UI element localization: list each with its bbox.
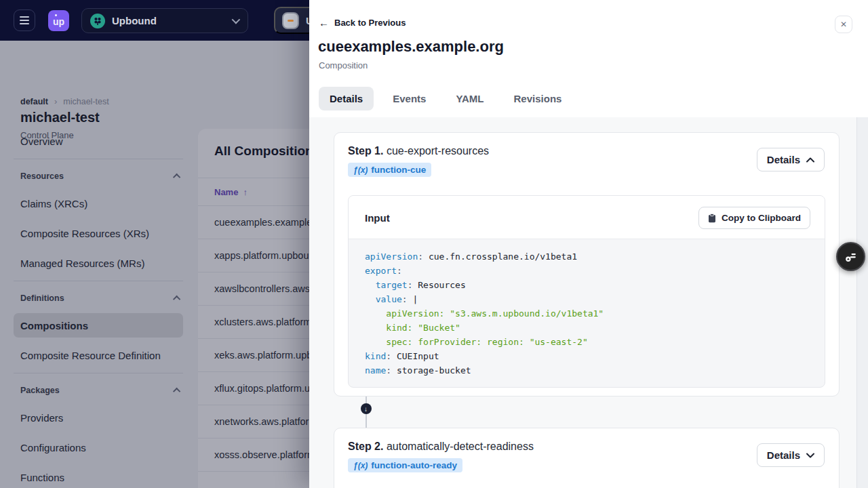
code-line: target: Resources [365,278,808,292]
code-line: value: | [365,292,808,306]
step-1-title: Step 1. cue-export-resources [348,145,489,157]
close-panel-button[interactable]: ✕ [835,16,852,33]
step-2-label: Step 2. [348,441,383,452]
function-badge: ƒ(x) function-auto-ready [348,458,462,472]
code-line: apiVersion: "s3.aws.m.upbound.io/v1beta1… [365,306,808,321]
back-label: Back to Previous [334,18,406,28]
input-card-header: Input Copy to Clipboard [349,196,825,239]
hamburger-icon [20,16,29,18]
code-line: export: [365,264,808,278]
tab-revisions[interactable]: Revisions [503,87,573,110]
function-badge: ƒ(x) function-cue [348,163,431,177]
copy-to-clipboard-button[interactable]: Copy to Clipboard [698,207,810,229]
close-icon: ✕ [840,20,847,29]
function-badge-label: function-auto-ready [371,460,457,470]
input-card: Input Copy to Clipboard apiVersion: cue.… [348,195,825,388]
chevron-down-icon [806,453,814,458]
step-1-label: Step 1. [348,145,383,157]
clipboard-icon [708,214,716,223]
function-icon: ƒ(x) [353,165,368,175]
org-selector-dropdown[interactable]: Upbound [81,8,248,33]
tab-details[interactable]: Details [319,87,374,110]
step-2-details-button[interactable]: Details [757,443,825,467]
control-plane-avatar-icon [282,12,299,29]
panel-tab-bar: DetailsEventsYAMLRevisions [319,87,572,110]
step-2-name: automatically-detect-readiness [387,441,534,452]
yaml-code-block[interactable]: apiVersion: cue.fn.crossplane.io/v1beta1… [349,239,825,388]
function-badge-label: function-cue [371,165,426,175]
step-1-details-button[interactable]: Details [757,148,825,171]
back-arrow-icon: ← [319,18,329,28]
tab-events[interactable]: Events [382,87,437,110]
panel-scrollbar[interactable] [856,117,868,488]
upbound-logo[interactable]: up [48,10,69,31]
step-1-card: Step 1. cue-export-resources ƒ(x) functi… [334,132,840,396]
tab-yaml[interactable]: YAML [445,87,494,110]
logo-dot [55,14,57,16]
logo-text: up [53,16,64,27]
panel-body: Step 1. cue-export-resources ƒ(x) functi… [309,117,868,488]
hamburger-menu-button[interactable] [14,9,35,31]
feedback-icon [844,249,859,264]
org-avatar-icon [90,14,105,28]
code-line: spec: forProvider: region: "us-east-2" [365,335,808,349]
code-line: kind: CUEInput [365,349,808,363]
code-line: kind: "Bucket" [365,321,808,335]
step-2-card: Step 2. automatically-detect-readiness ƒ… [334,428,840,488]
function-icon: ƒ(x) [353,461,368,470]
org-selector-label: Upbound [112,15,232,26]
composition-details-panel: ← Back to Previous ✕ cueexamples.example… [309,0,868,488]
panel-title: cueexamples.example.org [318,38,504,56]
screen: up Upbound Upbound default › michael-tes… [0,0,868,488]
back-to-previous-button[interactable]: ← Back to Previous [319,18,406,28]
panel-subtitle: Composition [319,60,368,70]
step-2-title: Step 2. automatically-detect-readiness [348,441,534,453]
chevron-down-icon [232,16,241,24]
arrow-down-icon: ↓ [361,403,372,414]
step-1-name: cue-export-resources [387,145,489,157]
input-heading: Input [365,212,390,224]
step-connector: ↓ [365,396,367,428]
feedback-widget-button[interactable] [836,242,865,271]
code-line: apiVersion: cue.fn.crossplane.io/v1beta1 [365,249,808,264]
code-line: name: storage-bucket [365,363,808,378]
chevron-up-icon [806,157,814,163]
